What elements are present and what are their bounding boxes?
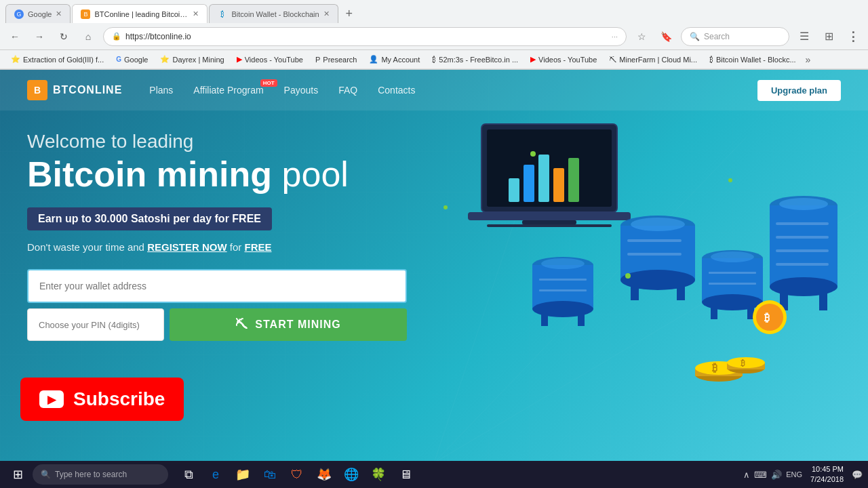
taskbar-security[interactable]: 🛡 — [285, 462, 309, 487]
bookmark-youtube1-icon: ▶ — [237, 55, 242, 64]
tabs-row: G Google ✕ B BTConline | leading Bitcoin… — [0, 0, 868, 23]
wallet-address-input[interactable] — [27, 269, 407, 303]
bookmark-dayrex[interactable]: ⭐ Dayrex | Mining — [155, 54, 229, 65]
nav-bar: ← → ↻ ⌂ 🔒 https://btconline.io ··· ☆ 🔖 🔍… — [0, 23, 868, 50]
reading-list-icon[interactable]: ☰ — [795, 27, 814, 46]
taskbar-lang[interactable]: ENG — [786, 470, 802, 479]
taskbar-firefox[interactable]: 🦊 — [312, 462, 336, 487]
taskbar-clover[interactable]: 🍀 — [366, 462, 391, 487]
search-placeholder: Search — [704, 32, 730, 41]
subscribe-button[interactable]: ▶ Subscribe — [20, 378, 184, 421]
coins-group: ₿ ₿ — [695, 357, 765, 382]
hero-title: Bitcoin mining pool — [27, 155, 841, 194]
site-logo: B BTCONLINE — [27, 80, 122, 100]
bookmark-presearch[interactable]: P Presearch — [310, 54, 362, 65]
hero-subtitle: Welcome to leading — [27, 131, 841, 152]
google-favicon: G — [14, 9, 24, 19]
nav-affiliate[interactable]: Affiliate Program HOT — [193, 85, 263, 96]
taskbar-volume-icon[interactable]: 🔊 — [771, 470, 782, 480]
btconline-site: B BTCONLINE Plans Affiliate Program HOT … — [0, 70, 868, 462]
taskbar-store[interactable]: 🛍 — [258, 462, 282, 487]
nav-plans[interactable]: Plans — [149, 85, 173, 96]
subscribe-label: Subscribe — [73, 388, 165, 410]
taskbar-arrow-icon[interactable]: ∧ — [743, 470, 750, 480]
tab-google-label: Google — [28, 10, 52, 18]
taskbar-search-box[interactable]: 🔍 Type here to search — [33, 464, 168, 485]
taskbar-chrome[interactable]: 🌐 — [339, 462, 363, 487]
mining-icon: ⛏ — [235, 318, 248, 332]
taskbar-folder[interactable]: 📁 — [231, 462, 255, 487]
taskbar-date-display: 7/24/2018 — [810, 474, 844, 485]
bookmark-youtube2-icon: ▶ — [530, 55, 536, 64]
menu-icon[interactable]: ⋮ — [844, 27, 863, 46]
notification-icon[interactable]: 💬 — [852, 470, 863, 480]
hero-title-pool: pool — [282, 155, 349, 194]
home-button[interactable]: ⌂ — [79, 27, 98, 46]
taskbar-keyboard-icon[interactable]: ⌨ — [754, 470, 767, 480]
bookmark-dayrex-icon: ⭐ — [160, 55, 170, 64]
free-link[interactable]: FREE — [244, 241, 271, 253]
site-nav: B BTCONLINE Plans Affiliate Program HOT … — [0, 70, 868, 110]
taskbar-search-text: Type here to search — [55, 470, 127, 479]
bookmark-youtube2[interactable]: ▶ Videos - YouTube — [525, 54, 602, 65]
tab-btconline-label: BTConline | leading Bitcoin mi... — [94, 10, 189, 18]
address-bar[interactable]: 🔒 https://btconline.io ··· — [103, 27, 627, 46]
bookmark-extraction[interactable]: ⭐ Extraction of Gold(III) f... — [5, 54, 109, 65]
new-tab-button[interactable]: + — [340, 4, 359, 23]
tab-btconline-close[interactable]: ✕ — [193, 9, 199, 18]
tab-blockchain-close[interactable]: ✕ — [323, 9, 330, 18]
address-text: https://btconline.io — [125, 32, 191, 41]
taskbar-time-display: 10:45 PM — [810, 464, 844, 474]
pin-input[interactable] — [27, 308, 164, 341]
blockchain-favicon: ₿ — [218, 9, 227, 19]
register-now-link[interactable]: REGISTER NOW — [147, 241, 227, 253]
address-more: ··· — [612, 33, 618, 41]
register-text: Don't waste your time and REGISTER NOW f… — [27, 241, 841, 253]
bookmarks-star[interactable]: ☆ — [632, 27, 651, 46]
tab-google-close[interactable]: ✕ — [56, 9, 62, 18]
bookmark-google-icon: G — [116, 56, 121, 63]
taskbar-apps: ⧉ e 📁 🛍 🛡 🦊 🌐 🍀 🖥 — [176, 462, 418, 487]
bookmark-blockchain[interactable]: ₿ Bitcoin Wallet - Blockc... — [704, 54, 802, 65]
svg-text:₿: ₿ — [741, 359, 745, 368]
bookmark-icon[interactable]: 🔖 — [656, 27, 675, 46]
bookmark-minerfarm[interactable]: ⛏ MinerFarm | Cloud Mi... — [604, 54, 703, 65]
bookmark-google[interactable]: G Google — [111, 54, 153, 65]
taskbar: ⊞ 🔍 Type here to search ⧉ e 📁 🛍 🛡 🦊 🌐 🍀 … — [0, 461, 868, 488]
refresh-button[interactable]: ↻ — [54, 27, 73, 46]
lock-icon: 🔒 — [112, 32, 121, 41]
bookmark-myaccount[interactable]: 👤 My Account — [363, 54, 425, 65]
bookmark-presearch-icon: P — [315, 56, 320, 64]
hero-section: Welcome to leading Bitcoin mining pool E… — [0, 110, 868, 341]
tab-blockchain[interactable]: ₿ Bitcoin Wallet - Blockchain ✕ — [209, 4, 338, 23]
bookmark-freebitco[interactable]: ₿ 52m:3s - FreeBitco.in ... — [427, 54, 524, 65]
search-icon: 🔍 — [690, 32, 700, 41]
bookmark-extraction-icon: ⭐ — [11, 55, 20, 64]
logo-icon: B — [27, 80, 47, 100]
start-mining-button[interactable]: ⛏ START MINING — [170, 308, 407, 341]
zoom-icon[interactable]: ⊞ — [819, 27, 838, 46]
nav-payouts[interactable]: Payouts — [284, 85, 319, 96]
bookmark-myaccount-icon: 👤 — [369, 55, 378, 64]
back-button[interactable]: ← — [5, 27, 24, 46]
taskbar-right: ∧ ⌨ 🔊 ENG 10:45 PM 7/24/2018 💬 — [743, 464, 863, 485]
start-button[interactable]: ⊞ — [5, 462, 30, 487]
taskbar-system-icons: ∧ ⌨ 🔊 ENG — [743, 470, 802, 480]
upgrade-button[interactable]: Upgrade plan — [757, 80, 841, 101]
tab-btconline[interactable]: B BTConline | leading Bitcoin mi... ✕ — [72, 4, 208, 23]
bookmarks-overflow[interactable]: » — [806, 54, 811, 65]
tab-google[interactable]: G Google ✕ — [5, 4, 71, 23]
btconline-favicon: B — [81, 9, 90, 19]
nav-faq[interactable]: FAQ — [338, 85, 357, 96]
nav-contacts[interactable]: Contacts — [378, 85, 415, 96]
bookmark-youtube1[interactable]: ▶ Videos - YouTube — [231, 54, 309, 65]
form-row: ⛏ START MINING — [27, 308, 407, 341]
taskbar-edge[interactable]: e — [203, 462, 228, 487]
hot-badge: HOT — [260, 79, 277, 87]
website-content: B BTCONLINE Plans Affiliate Program HOT … — [0, 70, 868, 462]
search-box[interactable]: 🔍 Search — [681, 27, 789, 46]
taskbar-monitor[interactable]: 🖥 — [393, 462, 418, 487]
taskbar-task-view[interactable]: ⧉ — [176, 462, 201, 487]
forward-button[interactable]: → — [30, 27, 49, 46]
earn-badge: Earn up to 30.000 Satoshi per day for FR… — [27, 207, 272, 230]
